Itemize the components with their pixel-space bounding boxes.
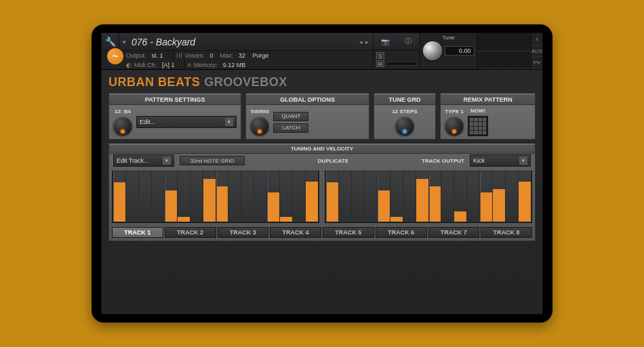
step-cell[interactable]	[293, 171, 305, 222]
step-cell[interactable]	[178, 171, 190, 222]
step-cell[interactable]	[519, 171, 531, 222]
step-cell[interactable]	[306, 171, 318, 222]
pattern-edit-select[interactable]: Edit... ▾	[136, 116, 237, 128]
step-cell[interactable]	[339, 171, 351, 222]
track-tab[interactable]: TRACK 4	[270, 227, 321, 238]
step-cell[interactable]	[506, 171, 518, 222]
step-cell[interactable]	[365, 171, 377, 222]
steps-left[interactable]	[112, 170, 319, 223]
step-cell[interactable]	[241, 171, 254, 222]
pattern-knob[interactable]	[113, 117, 132, 136]
swing-knob[interactable]	[250, 117, 269, 136]
camera-icon[interactable]: 📷	[379, 37, 391, 46]
grid-mode-button[interactable]: 32nd NOTE GRID	[180, 156, 245, 165]
step-cell[interactable]	[203, 171, 216, 222]
tv-toolbar: Edit Track... ▾ 32nd NOTE GRID DUPLICATE…	[109, 154, 535, 167]
preset-prev-icon[interactable]: ▾	[119, 39, 129, 45]
step-bar[interactable]	[493, 189, 505, 222]
step-bar[interactable]	[178, 217, 190, 222]
chevron-down-icon: ▾	[225, 118, 233, 126]
mute-button[interactable]: M	[376, 60, 384, 67]
latch-button[interactable]: LATCH	[273, 123, 308, 133]
step-cell[interactable]	[378, 171, 390, 222]
step-cell[interactable]	[441, 171, 454, 222]
track-tab[interactable]: TRACK 1	[112, 227, 163, 238]
pv-button[interactable]: PV	[531, 57, 542, 69]
step-bar[interactable]	[326, 182, 338, 222]
tune-value[interactable]: 0.00	[445, 46, 475, 56]
step-bar[interactable]	[165, 190, 177, 222]
tune-knob[interactable]	[423, 41, 442, 60]
step-half-divider-icon	[321, 170, 323, 223]
step-bar[interactable]	[267, 192, 279, 222]
step-bar[interactable]	[378, 190, 390, 222]
track-tab[interactable]: TRACK 6	[376, 227, 427, 238]
step-cell[interactable]	[139, 171, 151, 222]
track-tab[interactable]: TRACK 2	[165, 227, 216, 238]
step-cell[interactable]	[454, 171, 466, 222]
info-icon[interactable]: ⓘ	[402, 37, 414, 46]
step-cell[interactable]	[493, 171, 505, 222]
step-bar[interactable]	[216, 186, 228, 222]
step-bar[interactable]	[416, 179, 428, 222]
output-value[interactable]: st. 1	[152, 52, 163, 59]
global-header: GLOBAL OPTIONS	[246, 94, 369, 105]
quant-button[interactable]: QUANT	[273, 112, 308, 121]
step-bar[interactable]	[429, 186, 441, 222]
step-cell[interactable]	[190, 171, 203, 222]
step-bar[interactable]	[519, 182, 531, 222]
tune-grid-header: TUNE GRD	[374, 94, 435, 105]
step-bar[interactable]	[203, 179, 216, 222]
remix-now-button[interactable]	[468, 116, 488, 136]
step-cell[interactable]	[267, 171, 279, 222]
step-cell[interactable]	[280, 171, 292, 222]
max-value[interactable]: 32	[239, 52, 245, 59]
step-bar[interactable]	[480, 192, 492, 222]
step-cell[interactable]	[416, 171, 428, 222]
solo-button[interactable]: S	[376, 52, 384, 59]
chevron-down-icon: ▾	[519, 157, 527, 165]
track-tab[interactable]: TRACK 3	[218, 227, 269, 238]
steps-knob[interactable]	[395, 117, 414, 136]
step-bar[interactable]	[280, 217, 292, 222]
aux-button[interactable]: AUX	[531, 45, 542, 58]
preset-name[interactable]: 076 - Backyard	[129, 37, 359, 47]
step-cell[interactable]	[390, 171, 403, 222]
steps-right[interactable]	[325, 170, 532, 223]
step-bar[interactable]	[390, 217, 403, 222]
step-bar[interactable]	[113, 182, 125, 222]
panels-row: PATTERN SETTINGS 12: B4 Edit... ▾ GLOBAL	[108, 94, 536, 140]
edit-track-select[interactable]: Edit Track... ▾	[113, 155, 174, 167]
track-tab[interactable]: TRACK 7	[428, 227, 480, 238]
step-cell[interactable]	[126, 171, 138, 222]
step-cell[interactable]	[352, 171, 364, 222]
remix-type-knob[interactable]	[445, 117, 464, 136]
track-tab[interactable]: TRACK 8	[481, 227, 532, 238]
purge-button[interactable]: Purge	[252, 52, 268, 59]
track-output-select[interactable]: Kick ▾	[470, 155, 531, 167]
step-cell[interactable]	[216, 171, 228, 222]
step-cell[interactable]	[228, 171, 241, 222]
step-cell[interactable]	[113, 171, 125, 222]
step-bar[interactable]	[454, 211, 466, 222]
step-bar[interactable]	[306, 182, 318, 222]
header-bar: 🔧 ▾ 076 - Backyard ◂ ▸ ~ Output: st. 1 〣	[102, 33, 542, 70]
step-cell[interactable]	[254, 171, 266, 222]
step-cell[interactable]	[403, 171, 416, 222]
step-cell[interactable]	[467, 171, 479, 222]
duplicate-label[interactable]: DUPLICATE	[250, 158, 416, 164]
step-cell[interactable]	[429, 171, 441, 222]
preset-prev-arrow-icon[interactable]: ◂	[359, 39, 363, 45]
step-cell[interactable]	[480, 171, 492, 222]
memory-label: Memory:	[194, 62, 218, 68]
midi-value[interactable]: [A] 1	[162, 62, 175, 68]
pattern-edit-select-label: Edit...	[140, 119, 222, 125]
step-cell[interactable]	[165, 171, 177, 222]
tv-header: TUNING AND VELOCITY	[109, 144, 535, 154]
step-cell[interactable]	[152, 171, 164, 222]
step-cell[interactable]	[326, 171, 338, 222]
preset-next-arrow-icon[interactable]: ▸	[365, 39, 369, 45]
track-tab[interactable]: TRACK 5	[323, 227, 374, 238]
close-icon[interactable]: x	[531, 33, 542, 45]
edit-track-label: Edit Track...	[117, 157, 160, 164]
